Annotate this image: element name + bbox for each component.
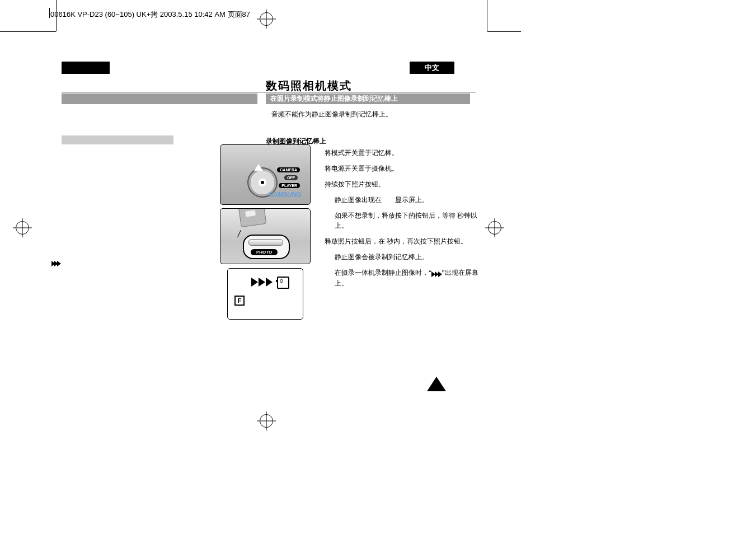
dial-arrow-icon [254,164,263,171]
crop-mark [0,31,56,32]
page-continue-arrow-icon [427,377,446,391]
play-triangle-icon [266,278,273,287]
step-3: 持续按下照片按钮。 [325,179,481,189]
brand-text: SAMSUNG [269,191,301,199]
step-4: 释放照片按钮后，在 秒内，再次按下照片按钮。 [325,236,481,246]
play-triangle-icon [251,278,258,287]
header-rule [49,8,268,18]
title-underline [62,92,476,92]
hand-press-icon [238,208,267,227]
left-lang-tab [62,62,110,74]
right-lang-tab: 中文 [410,62,454,74]
step-2: 将电源开关置于摄像机。 [325,163,481,174]
lang-label: 中文 [425,63,439,72]
left-subbar [62,135,173,144]
step-4a: 静止图像会被录制到记忆棒上。 [325,252,481,262]
registration-mark-icon [16,221,29,235]
section-title: 在照片录制模式将静止图像录制到记忆棒上 [270,95,398,102]
figure-photo-button: PHOTO [220,208,311,264]
figure-power-switch: CAMERA OFF PLAYER SAMSUNG [220,144,311,205]
record-indicator-icon [431,268,442,278]
dial-label-off: OFF [284,175,298,180]
step-3b: 如果不想录制，释放按下的按钮后，等待 秒钟以上。 [325,210,481,231]
dial-label-camera: CAMERA [277,167,300,172]
play-triangle-icon [259,278,265,287]
instruction-steps: 将模式开关置于记忆棒。 将电源开关置于摄像机。 持续按下照片按钮。 静止图像出现… [325,148,481,294]
memory-card-icon [277,277,289,289]
photo-button-icon [248,239,283,246]
crop-mark [487,31,521,32]
step-3a: 静止图像出现在 显示屏上。 [325,195,481,205]
dial-label-player: PLAYER [279,183,300,188]
step-1: 将模式开关置于记忆棒。 [325,148,481,158]
section-bar-left [62,93,257,104]
figure-lcd-indicator: F [227,268,303,320]
margin-indicator-icon [51,259,60,269]
f-mode-box: F [234,296,245,306]
registration-mark-icon [260,414,273,428]
section-bar-right: 在照片录制模式将静止图像录制到记忆棒上 [266,93,470,104]
step-4b: 在摄录一体机录制静止图像时，“”出现在屏幕上。 [325,268,481,288]
note-text: 音频不能作为静止图像录制到记忆棒上。 [271,110,392,119]
page-content: 中文 数码照相机模式 在照片录制模式将静止图像录制到记忆棒上 音频不能作为静止图… [62,62,477,375]
registration-mark-icon [488,221,501,235]
page-title: 数码照相机模式 [266,78,352,93]
crop-mark [487,0,487,31]
photo-label: PHOTO [251,249,278,255]
callout-bubble [243,235,290,259]
